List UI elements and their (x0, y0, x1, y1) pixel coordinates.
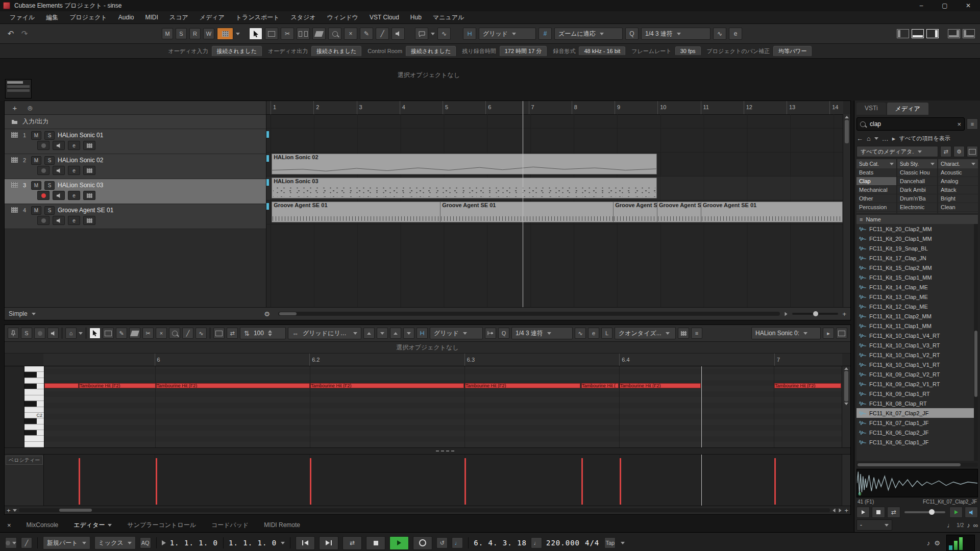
velocity-grid[interactable] (44, 455, 842, 506)
track-row[interactable]: 4 M S Groove Agent SE 01 e (5, 204, 266, 229)
lower-zone-tab[interactable]: MIDI Remote (264, 521, 300, 530)
right-zone-toggle-button[interactable] (926, 29, 939, 38)
lane-halion01[interactable] (266, 129, 843, 153)
go-to-next-marker-button[interactable] (319, 536, 338, 550)
file-row[interactable]: FC11_Kit_09_Clap2_V2_RT (856, 369, 974, 379)
midi-clip[interactable]: Groove Agent SE 01 (272, 202, 441, 222)
status-item[interactable]: 録音形式 48 kHz - 16 bit (553, 46, 625, 56)
media-type-dropdown[interactable]: すべてのメディアタ. (856, 146, 938, 157)
scroll-up-icon[interactable] (844, 367, 848, 370)
lane-halion02[interactable]: HALion Sonic 02 (266, 153, 843, 177)
file-row[interactable]: FC11_Kit_20_Clap1_MM (856, 234, 974, 243)
scroll-up-icon[interactable] (845, 116, 849, 118)
record-enable-button[interactable] (37, 166, 50, 175)
midi-note[interactable]: Tambourine Hit ( (581, 383, 619, 388)
editor-pin-button[interactable] (8, 328, 19, 339)
maximize-button[interactable]: ▢ (933, 0, 957, 11)
file-list-scrollbar[interactable] (974, 224, 978, 461)
home-caret-icon[interactable] (874, 137, 878, 140)
file-row[interactable]: FC11_Kit_19_Snap_BL (856, 243, 974, 253)
editor-zoom-tool-button[interactable] (169, 328, 180, 339)
piano-key[interactable] (24, 366, 44, 372)
piano-key[interactable] (24, 395, 44, 401)
filter-item[interactable]: Clean (938, 203, 978, 212)
step-down-button[interactable] (403, 328, 414, 339)
editor-home-button[interactable]: ⌂ (65, 328, 77, 339)
filter-item[interactable]: Dark Ambi (897, 186, 937, 194)
menu-item[interactable]: トランスポート (230, 12, 285, 23)
left-locator-display[interactable]: 1. 1. 1. 0 (170, 539, 218, 547)
preview-waveform[interactable]: 0 (856, 469, 978, 497)
file-row[interactable]: FC11_Kit_10_Clap1_V4_RT (856, 331, 974, 340)
editor-settings-button[interactable] (836, 328, 847, 339)
file-row[interactable]: FC11_Kit_12_Clap_ME (856, 302, 974, 311)
file-row[interactable]: FC11_Kit_14_Clap_ME (856, 282, 974, 292)
preview-loop-button[interactable]: ⇄ (887, 507, 900, 518)
midi-clip[interactable]: HALion Sonic 03 (272, 178, 657, 198)
length-quantize-icon-button[interactable]: L (601, 328, 612, 339)
record-mode-button[interactable] (5, 537, 17, 548)
search-input[interactable] (869, 120, 954, 128)
open-instrument-button[interactable] (83, 216, 95, 225)
mute-button[interactable]: M (31, 181, 41, 190)
arrangement-vertical-scrollbar[interactable] (843, 114, 850, 308)
workspace-button[interactable] (963, 29, 975, 38)
file-row[interactable]: FC11_Kit_07_Clap1_JF (856, 418, 974, 428)
editor-horizontal-scrollbar[interactable]: + + (5, 506, 850, 514)
filter-item[interactable]: Percussion (856, 203, 896, 212)
zoom-in-icon[interactable]: + (844, 507, 848, 514)
add-lane-icon[interactable]: + (7, 507, 11, 514)
file-row[interactable]: FC11_Kit_20_Clap2_MM (856, 224, 974, 234)
mute-button[interactable]: M (31, 206, 41, 215)
clear-search-icon[interactable]: × (957, 120, 961, 128)
scroll-thumb[interactable] (974, 331, 977, 397)
filter-item[interactable]: Analog (938, 177, 978, 186)
acoustic-feedback-button[interactable] (47, 328, 59, 339)
time-signature-display[interactable]: 4/4 (585, 539, 599, 547)
filter-item[interactable]: Dancehall (897, 177, 937, 186)
auto-quantize-button[interactable]: AQ (140, 537, 151, 548)
solo-button[interactable]: S (44, 156, 55, 165)
scroll-down-icon[interactable] (844, 403, 848, 405)
piano-key-c2[interactable]: C2 (24, 413, 44, 418)
list-view-toggle-button[interactable]: ≡ (967, 118, 978, 130)
piano-key[interactable] (24, 407, 44, 413)
piano-key[interactable] (24, 378, 44, 384)
file-row[interactable]: FC11_Kit_09_Clap1_RT (856, 389, 974, 398)
filter-item[interactable]: Electronic (897, 203, 937, 212)
file-row[interactable]: FC11_Kit_10_Clap1_V1_RT (856, 360, 974, 369)
zoom-in-icon[interactable]: + (842, 310, 846, 318)
editor-line-tool-button[interactable]: ╱ (182, 328, 193, 339)
status-item[interactable]: オーディオ入力 接続されました (168, 46, 262, 57)
midi-clip[interactable]: HALion Sonic 02 (272, 154, 657, 174)
name-column-header[interactable]: ≡ Name (856, 215, 978, 224)
midi-clip[interactable]: Groove Agent S (657, 202, 702, 222)
filter-item[interactable]: Classic Hou (897, 168, 937, 177)
eighth-note-icon[interactable]: ♪ (967, 521, 970, 529)
tempo-caret-icon[interactable] (621, 542, 625, 544)
file-row[interactable]: FC11_Kit_17_Clap_JN (856, 253, 974, 263)
record-enable-button[interactable] (37, 191, 50, 200)
velocity-bar[interactable] (774, 458, 776, 505)
tap-tempo-button[interactable]: Tap (604, 537, 616, 548)
velocity-lane-label[interactable]: ベロシティー (6, 456, 43, 465)
tempo-display[interactable]: 220.000 (546, 539, 580, 547)
grid-type-button[interactable]: # (538, 28, 552, 40)
piano-key[interactable] (24, 424, 44, 430)
close-lower-zone-icon[interactable]: × (7, 521, 11, 529)
open-instrument-button[interactable] (83, 191, 95, 200)
auto-scroll-button[interactable] (213, 328, 225, 339)
preview-stop-button[interactable] (872, 507, 885, 518)
editor-mute-tool-button[interactable]: × (156, 328, 167, 339)
file-row[interactable]: FC11_Kit_15_Clap2_MM (856, 263, 974, 272)
editor-erase-tool-button[interactable] (129, 328, 140, 339)
show-all-label[interactable]: すべての項目を表示 (899, 135, 950, 142)
part-borders-button[interactable] (485, 328, 496, 339)
editor-quantize-panel-button[interactable]: e (588, 328, 599, 339)
solo-button[interactable]: S (44, 206, 55, 215)
shuffle-button[interactable]: ⇄ (940, 146, 951, 157)
note-grid[interactable]: Tambourine Hit (F2)Tambourine Hit (F2)Ta… (44, 366, 842, 447)
velocity-bar[interactable] (156, 458, 157, 505)
monitor-button[interactable] (53, 191, 65, 200)
piano-key-black[interactable] (24, 418, 44, 424)
